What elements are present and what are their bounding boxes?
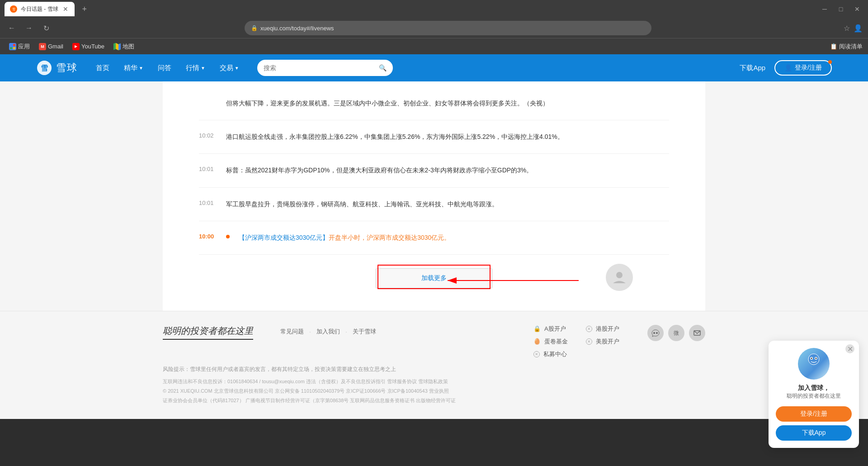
- footer-top: 聪明的投资者都在这里 常见问题 · 加入我们 · 关于雪球 🔒: [163, 325, 705, 358]
- svg-rect-3: [13, 44, 15, 46]
- header-search[interactable]: 🔍: [257, 60, 393, 76]
- news-body-4: 【沪深两市成交额达3030亿元】开盘半小时，沪深两市成交额达3030亿元。: [239, 232, 669, 243]
- svg-point-14: [616, 272, 623, 278]
- footer-links: 常见问题 · 加入我们 · 关于雪球: [280, 328, 376, 336]
- window-controls: ─ □ ✕: [818, 3, 863, 15]
- svg-point-19: [808, 354, 819, 365]
- window-maximize-button[interactable]: □: [835, 3, 847, 15]
- footer-social: 微: [647, 325, 705, 341]
- footer-link-about[interactable]: 关于雪球: [353, 328, 376, 336]
- widget-subtitle: 聪明的投资者都在这里: [776, 392, 852, 400]
- svg-point-15: [653, 332, 655, 334]
- footer-sep-2: ·: [345, 328, 347, 335]
- bookmark-apps[interactable]: 应用: [5, 41, 33, 52]
- service-private[interactable]: ✕ 私募中心: [533, 350, 568, 358]
- browser-addressbar: ← → ↻ 🔒 xueqiu.com/today#/livenews ☆ 👤: [0, 18, 868, 38]
- nav-home[interactable]: 首页: [96, 64, 109, 72]
- bookmarks-bar: 应用 M Gmail ▶ YouTube 地图 📋 阅读清单: [0, 38, 868, 54]
- nav-qa[interactable]: 问答: [158, 64, 171, 72]
- bookmark-gmail[interactable]: M Gmail: [35, 41, 67, 52]
- search-icon[interactable]: 🔍: [379, 64, 387, 71]
- service-egg-icon: 🥚: [533, 338, 541, 345]
- service-hk-shares[interactable]: ✕ 港股开户: [586, 325, 620, 333]
- bookmark-star-icon[interactable]: ☆: [844, 24, 850, 33]
- news-text-2: 标普：虽然2021财年赤字为GDP10%，但是澳大利亚政府有信心在未来2-3年内…: [226, 165, 669, 176]
- tab-close-button[interactable]: ✕: [62, 5, 69, 13]
- truncated-text: 但将大幅下降，迎来更多的发展机遇。三是区域内中小微企业、初创企业、妇女等群体将会…: [226, 98, 669, 109]
- trade-dropdown-arrow: ▼: [235, 66, 239, 71]
- news-item-3: 10:01 军工股早盘拉升，贵绳股份涨停，钢研高纳、航亚科技、上海翰讯、亚光科技…: [199, 188, 669, 221]
- news-item-2: 10:01 标普：虽然2021财年赤字为GDP10%，但是澳大利亚政府有信心在未…: [199, 154, 669, 187]
- svg-text:雪: 雪: [41, 64, 48, 72]
- nav-trade[interactable]: 交易▼: [220, 64, 239, 72]
- header-right: 下载App 👤 登录/注册: [740, 60, 832, 76]
- email-icon[interactable]: [689, 325, 705, 341]
- apps-label: 应用: [18, 43, 30, 51]
- footer-link-join[interactable]: 加入我们: [316, 328, 340, 336]
- nav-market[interactable]: 行情▼: [186, 64, 205, 72]
- window-close-button[interactable]: ✕: [851, 3, 863, 15]
- notification-dot: [828, 60, 832, 64]
- svg-marker-7: [113, 43, 116, 50]
- footer-sep-1: ·: [309, 328, 311, 335]
- logo-area: 雪 雪球: [36, 60, 78, 76]
- widget-download-button[interactable]: 下载App: [776, 425, 852, 441]
- apps-favicon: [9, 43, 16, 50]
- gmail-favicon: M: [39, 43, 46, 50]
- legal-line1: 互联网违法和不良信息投诉：01061840634 / tousu@xueqiu.…: [163, 377, 705, 386]
- address-bar[interactable]: 🔒 xueqiu.com/today#/livenews: [245, 21, 651, 35]
- reading-list-icon: 📋: [830, 43, 837, 50]
- truncated-time: [199, 98, 217, 109]
- new-tab-button[interactable]: +: [78, 3, 91, 15]
- weibo-icon[interactable]: 微: [668, 325, 684, 341]
- footer-link-faq[interactable]: 常见问题: [280, 328, 304, 336]
- load-more-container: 加载更多: [199, 255, 669, 302]
- widget-title: 加入雪球，: [776, 384, 852, 392]
- footer-inner: 聪明的投资者都在这里 常见问题 · 加入我们 · 关于雪球 🔒: [163, 325, 705, 405]
- news-time-3: 10:01: [199, 199, 217, 210]
- browser-tab[interactable]: 雪 今日话题 - 雪球 ✕: [5, 2, 75, 16]
- news-link-4[interactable]: 【沪深两市成交额达3030亿元】: [239, 234, 329, 241]
- legal-line2: © 2021 XUEQIU.COM 北京雪球信息科技有限公司 京公网安备 110…: [163, 386, 705, 396]
- news-body-1: 港口航运股全线走强，永丰集团控股上涨6.22%，中集集团上涨5.26%，东方海外…: [226, 131, 669, 143]
- market-dropdown-arrow: ▼: [201, 66, 205, 71]
- service-eggs[interactable]: 🥚 蛋卷基金: [533, 338, 568, 346]
- mascot-avatar: hi: [798, 348, 830, 380]
- ssl-icon: 🔒: [251, 25, 258, 31]
- addressbar-actions: ☆ 👤: [844, 24, 863, 33]
- widget-close-button[interactable]: ✕: [845, 344, 854, 353]
- profile-icon[interactable]: 👤: [854, 24, 863, 33]
- bookmark-youtube[interactable]: ▶ YouTube: [69, 41, 108, 52]
- service-x-icon-3: ✕: [533, 351, 540, 357]
- back-button[interactable]: ←: [5, 22, 18, 34]
- svg-rect-2: [10, 44, 12, 46]
- gmail-label: Gmail: [48, 43, 63, 50]
- svg-point-23: [816, 358, 817, 359]
- news-body-2: 标普：虽然2021财年赤字为GDP10%，但是澳大利亚政府有信心在未来2-3年内…: [226, 165, 669, 176]
- widget-login-button[interactable]: 登录/注册: [776, 406, 852, 422]
- reading-list[interactable]: 📋 阅读清单: [830, 43, 863, 51]
- download-app-link[interactable]: 下载App: [740, 64, 765, 72]
- svg-point-16: [656, 332, 658, 334]
- page-wrapper: 雪 雪球 首页 精华▼ 问答 行情▼ 交易▼ 🔍: [0, 54, 868, 419]
- news-time-4: 10:00: [199, 232, 217, 240]
- window-minimize-button[interactable]: ─: [818, 3, 831, 15]
- footer: 聪明的投资者都在这里 常见问题 · 加入我们 · 关于雪球 🔒: [0, 311, 868, 419]
- service-a-shares[interactable]: 🔒 A股开户: [533, 325, 568, 333]
- login-register-button[interactable]: 👤 登录/注册: [774, 60, 832, 76]
- reload-button[interactable]: ↻: [40, 22, 52, 34]
- search-input[interactable]: [264, 64, 375, 71]
- url-display: xueqiu.com/today#/livenews: [260, 25, 645, 32]
- main-nav: 首页 精华▼ 问答 行情▼ 交易▼: [96, 64, 239, 72]
- load-more-button[interactable]: 加载更多: [376, 268, 492, 288]
- forward-button[interactable]: →: [23, 22, 35, 34]
- footer-slogan: 聪明的投资者都在这里: [163, 325, 253, 340]
- news-text-1: 港口航运股全线走强，永丰集团控股上涨6.22%，中集集团上涨5.26%，东方海外…: [226, 131, 669, 143]
- login-icon: 👤: [784, 64, 792, 71]
- wechat-icon[interactable]: [647, 325, 664, 341]
- service-us-shares[interactable]: ✕ 美股开户: [586, 338, 620, 346]
- svg-rect-5: [13, 47, 15, 49]
- bookmark-maps[interactable]: 地图: [110, 41, 138, 52]
- youtube-label: YouTube: [81, 43, 104, 50]
- nav-highlights[interactable]: 精华▼: [124, 64, 143, 72]
